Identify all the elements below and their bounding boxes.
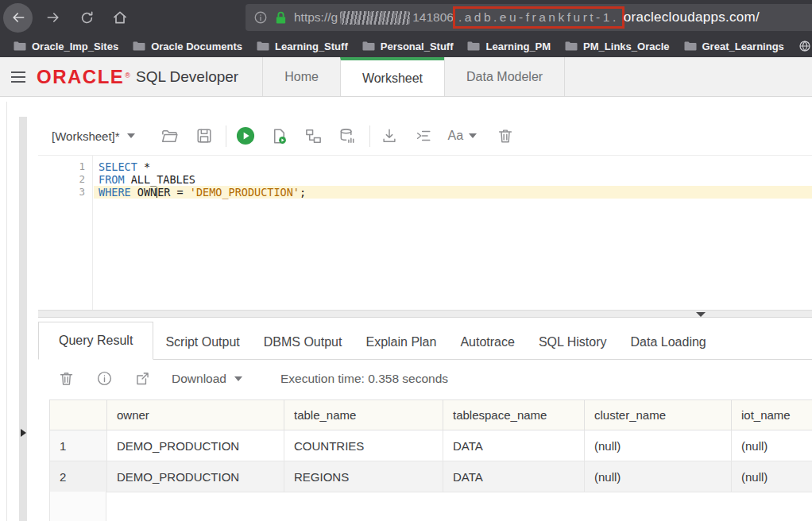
url-region-annotation-box: .adb.eu-frankfurt-1.	[453, 6, 624, 29]
autotrace-button[interactable]	[338, 126, 358, 145]
explain-plan-button[interactable]	[304, 126, 323, 145]
format-code-button[interactable]	[414, 126, 433, 145]
oracle-logo: ORACLE	[37, 66, 124, 88]
hamburger-icon	[11, 71, 25, 73]
chevron-down-icon[interactable]	[469, 133, 477, 138]
bookmark-learning-pm[interactable]: Learning_PM	[460, 41, 558, 52]
bookmark-learning-stuff[interactable]: Learning_Stuff	[249, 41, 355, 52]
home-button[interactable]	[107, 5, 133, 30]
splitter-down-icon[interactable]	[696, 312, 706, 317]
row-number-header[interactable]	[50, 400, 107, 430]
tab-explain-plan[interactable]: Explain Plan	[354, 326, 448, 359]
bookmark-oracle-imp-sites[interactable]: Oracle_Imp_Sites	[6, 41, 126, 52]
menu-button[interactable]	[0, 57, 37, 96]
row-number-column-filler	[49, 492, 106, 521]
line-number: 2	[38, 173, 92, 186]
folder-icon	[14, 41, 26, 51]
bookmark-label: PM_Links_Oracle	[583, 41, 669, 52]
back-icon	[10, 10, 26, 25]
open-file-button[interactable]	[160, 126, 180, 145]
tab-autotrace[interactable]: Autotrace	[448, 326, 526, 359]
tab-data-modeler[interactable]: Data Modeler	[444, 57, 565, 96]
toolbar-divider	[226, 125, 226, 147]
output-tabs: Query Result Script Output DBMS Output E…	[38, 318, 812, 360]
url-account-id: 141806	[412, 10, 454, 25]
reload-button[interactable]	[74, 5, 99, 30]
open-folder-icon	[160, 127, 179, 145]
registered-mark: ®	[125, 71, 130, 79]
bookmark-label: Great_Learnings	[702, 41, 784, 52]
font-size-button[interactable]: Aa	[448, 129, 464, 143]
bookmark-personal-stuff[interactable]: Personal_Stuff	[355, 41, 461, 52]
back-button[interactable]	[3, 3, 33, 33]
header-tabs: Home Worksheet Data Modeler	[262, 57, 565, 96]
chevron-down-icon[interactable]	[127, 133, 135, 138]
table-row[interactable]: 1 DEMO_PRODUCTION COUNTRIES DATA (null) …	[50, 430, 812, 461]
folder-icon	[467, 41, 480, 51]
result-toolbar: Download Execution time: 0.358 seconds	[38, 360, 812, 397]
run-script-button[interactable]	[270, 126, 289, 145]
globe-icon	[798, 40, 811, 52]
tab-data-loading[interactable]: Data Loading	[619, 326, 718, 359]
main-content: [Worksheet]* Aa	[0, 97, 812, 521]
result-info-button[interactable]	[95, 370, 113, 388]
url-redaction-scribble	[340, 11, 410, 25]
column-header-iot-name[interactable]: iot_name	[732, 400, 812, 430]
left-edge-divider	[6, 102, 7, 521]
download-icon	[381, 127, 398, 145]
folder-icon	[684, 41, 697, 51]
bookmark-great-learnings[interactable]: Great_Learnings	[677, 41, 791, 52]
bookmark-label: Learning_Stuff	[275, 41, 348, 52]
tab-worksheet[interactable]: Worksheet	[340, 57, 444, 96]
bookmark-label: Learning_PM	[485, 41, 551, 52]
line-number: 3	[38, 186, 92, 199]
run-statement-icon	[236, 125, 255, 146]
column-header-owner[interactable]: owner	[107, 400, 284, 430]
lock-icon[interactable]	[275, 11, 287, 25]
sql-editor[interactable]: 1 2 3 SELECT * FROM ALL_TABLES WHERE OWN…	[38, 156, 812, 310]
output-panel: Query Result Script Output DBMS Output E…	[38, 318, 812, 521]
info-icon[interactable]	[253, 10, 268, 25]
download-worksheet-button[interactable]	[380, 126, 399, 145]
bookmark-label: Oracle_Imp_Sites	[32, 41, 118, 52]
tab-sql-history[interactable]: SQL History	[527, 326, 619, 359]
code-line-3-current[interactable]: WHERE OWNER = 'DEMO_PRODUCTION';	[94, 186, 812, 199]
column-header-table-name[interactable]: table_name	[284, 400, 443, 430]
worksheet-toolbar: [Worksheet]* Aa	[38, 117, 812, 156]
browser-nav-row: https://g141806.adb.eu-frankfurt-1.oracl…	[0, 0, 812, 35]
column-header-tablespace-name[interactable]: tablespace_name	[443, 400, 585, 430]
worksheet-title-dropdown[interactable]: [Worksheet]*	[52, 129, 120, 143]
vertical-splitter[interactable]	[19, 117, 27, 521]
save-button[interactable]	[195, 126, 214, 145]
clear-worksheet-button[interactable]	[496, 126, 515, 145]
autotrace-icon	[338, 127, 357, 145]
code-line-2[interactable]: FROM ALL_TABLES	[94, 173, 812, 186]
tab-home[interactable]: Home	[262, 57, 340, 96]
clear-result-button[interactable]	[57, 370, 75, 388]
code-area[interactable]: SELECT * FROM ALL_TABLES WHERE OWNER = '…	[94, 156, 812, 199]
app-header: ORACLE® SQL Developer Home Worksheet Dat…	[0, 57, 812, 97]
url-bar[interactable]: https://g141806.adb.eu-frankfurt-1.oracl…	[246, 4, 812, 31]
line-number-gutter: 1 2 3	[38, 156, 93, 310]
bookmark-label: Personal_Stuff	[381, 41, 454, 52]
open-result-new-window-button[interactable]	[133, 370, 151, 388]
tab-script-output[interactable]: Script Output	[153, 326, 251, 359]
explain-plan-icon	[304, 127, 323, 145]
forward-icon	[45, 10, 61, 25]
chevron-down-icon	[234, 376, 242, 381]
forward-button[interactable]	[41, 5, 66, 30]
bookmarks-bar: Oracle_Imp_Sites Oracle Documents Learni…	[0, 35, 812, 57]
bookmark-globe-site[interactable]: Or	[791, 40, 812, 52]
column-header-cluster-name[interactable]: cluster_name	[585, 400, 732, 430]
splitter-collapse-icon[interactable]	[21, 429, 26, 437]
tab-query-result[interactable]: Query Result	[38, 322, 153, 360]
horizontal-splitter[interactable]	[38, 310, 812, 318]
tab-dbms-output[interactable]: DBMS Output	[252, 326, 354, 359]
bookmark-pm-links-oracle[interactable]: PM_Links_Oracle	[558, 41, 676, 52]
code-line-1[interactable]: SELECT *	[94, 160, 812, 173]
format-icon	[415, 127, 432, 145]
table-row[interactable]: 2 DEMO_PRODUCTION REGIONS DATA (null) (n…	[50, 461, 812, 492]
download-dropdown[interactable]: Download	[172, 372, 242, 386]
bookmark-oracle-documents[interactable]: Oracle Documents	[126, 41, 249, 52]
run-statement-button[interactable]	[236, 126, 255, 145]
